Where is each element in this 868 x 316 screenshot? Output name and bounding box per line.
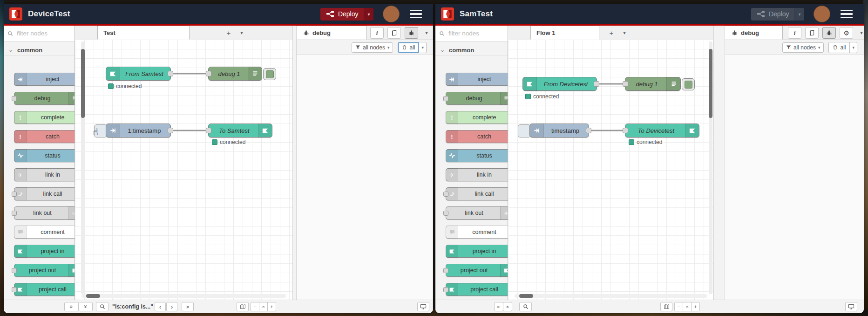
search-flows-button[interactable] bbox=[96, 302, 108, 311]
search-prev-button[interactable]: ‹ bbox=[155, 302, 166, 311]
output-port[interactable] bbox=[168, 71, 173, 76]
palette-node-project-call[interactable]: project call bbox=[14, 283, 75, 296]
canvas-horizontal-scrollbar[interactable] bbox=[515, 294, 707, 298]
flow-node-debug-1[interactable]: debug 1 bbox=[208, 67, 262, 81]
palette-node-debug[interactable]: debug bbox=[446, 92, 508, 105]
flow-canvas[interactable]: From Devicetest connected debug 1 timest… bbox=[508, 40, 713, 300]
canvas-horizontal-scrollbar[interactable] bbox=[81, 294, 286, 298]
add-flow-button[interactable]: + bbox=[223, 27, 234, 38]
palette-node-project-out[interactable]: project out bbox=[446, 264, 508, 277]
palette-node-link-call[interactable]: link call bbox=[14, 187, 75, 200]
palette-node-link-in[interactable]: link in bbox=[14, 168, 75, 181]
canvas-vertical-scrollbar[interactable] bbox=[709, 41, 712, 294]
palette-search[interactable] bbox=[4, 26, 75, 41]
help-tab-button[interactable] bbox=[805, 27, 819, 39]
input-port[interactable] bbox=[623, 128, 628, 133]
deploy-button-disabled[interactable]: Deploy ▾ bbox=[751, 8, 804, 21]
palette-filter-input[interactable] bbox=[448, 29, 496, 37]
debug-message-list[interactable] bbox=[297, 55, 433, 300]
input-port[interactable] bbox=[12, 192, 17, 197]
palette-node-project-call[interactable]: project call bbox=[446, 283, 508, 296]
config-nodes-button[interactable]: ⚙ bbox=[840, 27, 853, 39]
palette-node-catch[interactable]: ! catch bbox=[14, 130, 75, 143]
debug-messages-button[interactable] bbox=[822, 27, 836, 39]
sidebar-options-caret[interactable]: ▾ bbox=[421, 27, 432, 39]
flow-node-timestamp[interactable]: timestamp bbox=[529, 124, 589, 137]
debug-enable-toggle[interactable] bbox=[263, 68, 276, 80]
palette-node-inject[interactable]: inject bbox=[14, 73, 75, 86]
palette-collapse-all-button[interactable]: « bbox=[494, 302, 503, 311]
open-debug-window-button[interactable] bbox=[417, 302, 429, 311]
main-menu-button[interactable] bbox=[410, 10, 422, 19]
debug-clear-all-button[interactable]: all bbox=[829, 42, 849, 53]
palette-search[interactable] bbox=[435, 26, 508, 41]
zoom-in-button[interactable]: + bbox=[691, 302, 700, 311]
palette-expand-all-button[interactable]: « bbox=[503, 302, 512, 311]
input-port[interactable] bbox=[206, 128, 211, 133]
search-close-button[interactable]: × bbox=[182, 302, 194, 311]
palette-node-project-in[interactable]: project in bbox=[14, 245, 75, 258]
user-menu[interactable]: s bbox=[384, 6, 400, 22]
flow-node-to-samtest[interactable]: To Samtest bbox=[208, 124, 272, 137]
zoom-reset-button[interactable]: ○ bbox=[259, 302, 268, 311]
debug-tab[interactable]: debug bbox=[297, 26, 366, 40]
palette-node-catch[interactable]: ! catch bbox=[446, 130, 508, 143]
input-port[interactable] bbox=[443, 96, 448, 101]
palette-category-common[interactable]: ⌄ common bbox=[4, 44, 75, 56]
input-port[interactable] bbox=[443, 287, 448, 292]
info-tab-button[interactable]: i bbox=[788, 27, 801, 39]
palette-node-link-in[interactable]: link in bbox=[446, 168, 508, 181]
open-debug-window-button[interactable] bbox=[845, 302, 857, 311]
zoom-out-button[interactable]: − bbox=[674, 302, 683, 311]
sidebar-options-caret[interactable]: ▾ bbox=[856, 27, 864, 39]
palette-node-status[interactable]: status bbox=[446, 149, 508, 162]
palette-node-comment[interactable]: comment bbox=[446, 226, 508, 239]
palette-node-project-out[interactable]: project out bbox=[14, 264, 75, 277]
flow-node-timestamp[interactable]: 1:timestamp bbox=[106, 124, 171, 137]
palette-node-link-out[interactable]: link out bbox=[446, 206, 508, 220]
input-port[interactable] bbox=[12, 268, 17, 273]
search-next-button[interactable]: › bbox=[166, 302, 177, 311]
palette-node-link-call[interactable]: link call bbox=[446, 187, 508, 200]
palette-collapse-all-button[interactable]: « bbox=[64, 302, 79, 311]
navigator-button[interactable] bbox=[660, 302, 672, 311]
input-port[interactable] bbox=[12, 287, 17, 292]
info-tab-button[interactable]: i bbox=[370, 27, 384, 39]
debug-filter-button[interactable]: all nodes ▾ bbox=[352, 42, 393, 53]
debug-messages-button[interactable] bbox=[405, 27, 418, 39]
canvas-vertical-scrollbar[interactable] bbox=[81, 41, 85, 294]
flow-node-from-devicetest[interactable]: From Devicetest bbox=[522, 77, 597, 91]
input-port[interactable] bbox=[12, 211, 17, 216]
palette-node-comment[interactable]: comment bbox=[14, 226, 75, 239]
input-port[interactable] bbox=[206, 71, 211, 76]
palette-node-link-out[interactable]: link out bbox=[14, 206, 75, 220]
input-port[interactable] bbox=[443, 211, 448, 216]
zoom-in-button[interactable]: + bbox=[267, 302, 276, 311]
flow-node-to-devicetest[interactable]: To Devicetest bbox=[625, 124, 699, 137]
panel-splitter[interactable] bbox=[713, 26, 725, 300]
flow-canvas[interactable]: From Samtest connected debug 1 1:timesta… bbox=[75, 40, 292, 300]
input-port[interactable] bbox=[12, 96, 17, 101]
user-menu[interactable]: s bbox=[814, 6, 831, 22]
flow-tab-test[interactable]: Test bbox=[97, 26, 190, 40]
zoom-reset-button[interactable]: ○ bbox=[683, 302, 692, 311]
debug-clear-all-button[interactable]: all bbox=[398, 42, 419, 53]
debug-tab[interactable]: debug bbox=[725, 26, 783, 40]
palette-node-inject[interactable]: inject bbox=[446, 73, 508, 86]
flow-workspace[interactable]: Test + ▾ From Samtest connected bbox=[75, 26, 292, 300]
output-port[interactable] bbox=[586, 128, 591, 133]
palette-filter-input[interactable] bbox=[16, 29, 64, 37]
flow-list-button[interactable]: ▾ bbox=[619, 27, 630, 38]
palette-node-project-in[interactable]: project in bbox=[446, 245, 508, 258]
deploy-button[interactable]: Deploy ▾ bbox=[320, 8, 373, 21]
search-flows-button[interactable] bbox=[519, 302, 532, 311]
palette-category-common[interactable]: ⌄ common bbox=[435, 44, 508, 56]
palette-node-status[interactable]: status bbox=[14, 149, 75, 162]
debug-clear-options-caret[interactable]: ▾ bbox=[419, 42, 426, 53]
flow-node-from-samtest[interactable]: From Samtest bbox=[106, 67, 171, 81]
zoom-out-button[interactable]: − bbox=[251, 302, 259, 311]
palette-node-debug[interactable]: debug bbox=[14, 92, 75, 105]
deploy-options-caret[interactable]: ▾ bbox=[794, 8, 804, 21]
add-flow-button[interactable]: + bbox=[606, 27, 617, 38]
debug-clear-options-caret[interactable]: ▾ bbox=[849, 42, 857, 53]
